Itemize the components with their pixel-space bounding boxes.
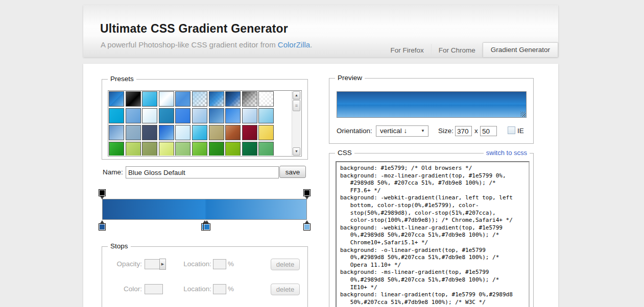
preset-swatch-33[interactable] [142, 142, 157, 156]
presets-legend: Presets [108, 75, 136, 83]
subtitle-text: A powerful Photoshop-like CSS gradient e… [101, 40, 278, 49]
preset-swatch-27[interactable] [209, 125, 224, 140]
preset-swatch-29[interactable] [242, 125, 257, 140]
css-panel: CSS switch to scss background: #1e5799; … [329, 153, 534, 307]
preset-swatch-40[interactable] [258, 142, 274, 156]
preset-swatch-6[interactable] [192, 91, 207, 107]
width-input[interactable] [455, 126, 472, 136]
preset-swatch-8[interactable] [225, 91, 241, 107]
color-input[interactable] [145, 284, 163, 294]
presets-scrollbar[interactable]: ▲ ≡ ▼ [292, 91, 301, 156]
preset-swatch-23[interactable] [142, 125, 157, 140]
color-stop-handle-3[interactable] [203, 220, 210, 231]
page-subtitle: A powerful Photoshop-like CSS gradient e… [101, 40, 312, 49]
css-code-output[interactable]: background: #1e5799; /* Old browsers */ … [336, 161, 530, 307]
subtitle-period: . [310, 40, 312, 49]
page-title: Ultimate CSS Gradient Generator [100, 22, 288, 36]
orientation-label: Orientation: [337, 127, 372, 135]
preview-panel: Preview Orientation: vertical ↓ ▼ Size: … [329, 78, 534, 144]
preset-swatch-22[interactable] [126, 125, 141, 140]
scroll-up-icon[interactable]: ▲ [293, 91, 300, 99]
color-location-label: Location: [180, 285, 211, 293]
preset-swatch-7[interactable] [209, 91, 224, 107]
delete-color-stop-button[interactable]: delete [271, 284, 300, 295]
preset-swatch-18[interactable] [225, 108, 241, 123]
preset-swatch-5[interactable] [175, 91, 190, 107]
preset-swatch-28[interactable] [225, 125, 241, 140]
preset-swatch-9[interactable] [242, 91, 257, 107]
preset-swatch-3[interactable] [142, 91, 157, 107]
stop-swatch [99, 223, 106, 231]
stop-swatch [99, 189, 106, 196]
preset-swatch-26[interactable] [192, 125, 207, 140]
preset-swatch-4[interactable] [159, 91, 174, 107]
opacity-stop-handle-1[interactable] [99, 189, 106, 199]
preset-swatch-2[interactable] [126, 91, 141, 107]
opacity-stop-handle-2[interactable] [303, 189, 311, 199]
color-percent-label: % [228, 285, 234, 293]
color-stop-handle-4[interactable] [303, 220, 311, 231]
stop-pointer-icon [100, 196, 104, 199]
preset-swatch-35[interactable] [175, 142, 190, 156]
opacity-percent-label: % [228, 260, 234, 268]
opacity-dropdown-icon[interactable]: ▶ [159, 259, 166, 270]
preset-swatch-17[interactable] [209, 108, 224, 123]
preset-swatch-39[interactable] [242, 142, 257, 156]
orientation-select[interactable]: vertical ↓ ▼ [376, 125, 428, 137]
preset-swatch-37[interactable] [209, 142, 224, 156]
preset-swatch-13[interactable] [142, 108, 157, 123]
opacity-input[interactable] [145, 259, 160, 269]
ie-checkbox[interactable] [508, 126, 515, 134]
page-header: Ultimate CSS Gradient Generator A powerf… [83, 5, 558, 57]
presets-panel: Presets ▲ ≡ ▼ [102, 79, 308, 160]
header-tabs: For FirefoxFor ChromeGradient Generator [383, 42, 558, 57]
preset-swatch-1[interactable] [109, 91, 124, 107]
preset-swatch-14[interactable] [159, 108, 174, 123]
preset-swatch-24[interactable] [159, 125, 174, 140]
scroll-down-icon[interactable]: ▼ [293, 147, 300, 156]
stop-swatch [303, 223, 311, 231]
preset-swatch-31[interactable] [109, 142, 124, 156]
preset-swatch-20[interactable] [258, 108, 274, 123]
gradient-preview [337, 91, 527, 118]
chevron-down-icon: ▼ [421, 126, 425, 136]
preset-swatch-32[interactable] [126, 142, 141, 156]
scrollbar-thumb[interactable]: ≡ [293, 100, 300, 111]
stop-swatch [203, 223, 210, 231]
css-legend: CSS [335, 149, 354, 157]
delete-opacity-stop-button[interactable]: delete [271, 259, 300, 270]
preset-swatch-11[interactable] [109, 108, 124, 123]
preset-swatch-30[interactable] [258, 125, 274, 140]
preset-swatch-34[interactable] [159, 142, 174, 156]
preset-swatch-10[interactable] [258, 91, 274, 107]
size-label: Size: [438, 127, 454, 135]
switch-to-scss-link[interactable]: switch to scss [484, 149, 530, 157]
preset-swatch-12[interactable] [126, 108, 141, 123]
tab-for-chrome[interactable]: For Chrome [431, 44, 483, 57]
tab-for-firefox[interactable]: For Firefox [383, 44, 431, 57]
preset-swatch-19[interactable] [242, 108, 257, 123]
orientation-value: vertical ↓ [380, 127, 407, 135]
height-input[interactable] [480, 126, 497, 136]
color-stop-handle-1[interactable] [99, 220, 106, 231]
presets-viewport [109, 91, 276, 156]
stops-legend: Stops [108, 242, 131, 250]
save-button[interactable]: save [279, 166, 306, 178]
preset-swatch-21[interactable] [109, 125, 124, 140]
preset-swatch-36[interactable] [192, 142, 207, 156]
preset-swatch-16[interactable] [192, 108, 207, 123]
preset-swatch-25[interactable] [175, 125, 190, 140]
presets-box: ▲ ≡ ▼ [108, 90, 302, 157]
color-location-input[interactable] [213, 284, 226, 294]
gradient-editor-bar[interactable] [102, 199, 307, 220]
tab-gradient-generator[interactable]: Gradient Generator [483, 42, 558, 57]
preview-legend: Preview [335, 74, 365, 82]
size-x-label: x [474, 127, 478, 135]
preset-swatch-15[interactable] [175, 108, 190, 123]
stop-swatch [303, 189, 311, 196]
preset-swatch-38[interactable] [225, 142, 241, 156]
colorzilla-link[interactable]: ColorZilla [278, 40, 310, 49]
name-input[interactable] [126, 166, 279, 178]
opacity-location-input[interactable] [213, 259, 226, 269]
resize-grip-icon[interactable] [520, 112, 526, 117]
